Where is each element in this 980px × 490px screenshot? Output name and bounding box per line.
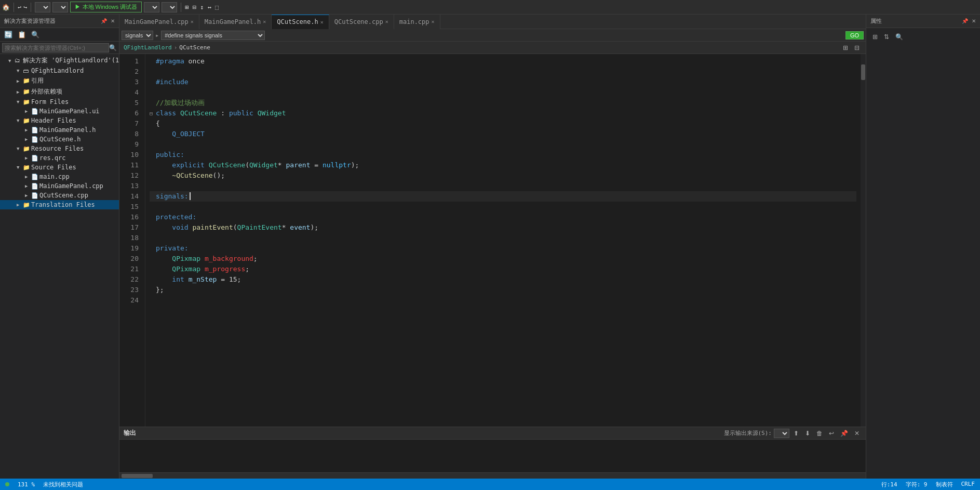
output-clear[interactable]: 🗑 bbox=[814, 429, 825, 438]
tree-label-qcutscene-h: QCutScene.h bbox=[39, 136, 119, 143]
split-btn[interactable]: ⊟ bbox=[852, 43, 862, 52]
tab-maingamepanel-cpp[interactable]: MainGamePanel.cpp✕ bbox=[119, 15, 199, 29]
panel-close-btn[interactable]: ✕ bbox=[111, 18, 115, 24]
code-line-10: public: bbox=[150, 150, 856, 160]
code-line-6: ⊟class QCutScene : public QWidget bbox=[150, 108, 856, 118]
panel-pin-btn[interactable]: 📌 bbox=[101, 18, 107, 24]
tree-item-maingamepanel-cpp[interactable]: ▶📄MainGamePanel.cpp bbox=[0, 181, 119, 191]
code-line-5: //加载过场动画 bbox=[150, 98, 856, 108]
tree-item-main-cpp[interactable]: ▶📄main.cpp bbox=[0, 172, 119, 181]
line-num-9: 9 bbox=[119, 139, 139, 150]
output-source-label: 显示输出来源(S): bbox=[724, 429, 772, 437]
nav-dropdown1[interactable]: signals bbox=[122, 31, 153, 40]
tree-item-maingamepanel-ui[interactable]: ▶📄MainGamePanel.ui bbox=[0, 107, 119, 116]
right-panel-title: 属性 bbox=[870, 17, 882, 25]
code-line-21: QPixmap m_progress; bbox=[150, 264, 856, 274]
code-line-23: }; bbox=[150, 285, 856, 295]
code-line-24 bbox=[150, 295, 856, 306]
properties-btn[interactable]: 📋 bbox=[16, 30, 28, 39]
status-col: 字符: 9 bbox=[906, 481, 928, 488]
right-panel: 属性 📌 ✕ ⊞ ⇅ 🔍 bbox=[866, 15, 980, 479]
tree-solution[interactable]: ▼ 🗂 解决方案 'QFightLandlord'(1 个项目/共 1 个) bbox=[0, 55, 119, 66]
left-panel: 解决方案资源管理器 📌 ✕ 🔄 📋 🔍 🔍 ▼ 🗂 解决方案 'QFightLa… bbox=[0, 15, 119, 479]
filter-btn[interactable]: 🔍 bbox=[29, 30, 42, 39]
code-line-3: #include bbox=[150, 77, 856, 87]
props-grid-btn[interactable]: ⊞ bbox=[870, 32, 880, 42]
tab-close-main-cpp[interactable]: ✕ bbox=[432, 19, 435, 24]
tree-label-header-files: Header Files bbox=[31, 117, 119, 124]
tree-item-qcutscene-cpp[interactable]: ▶📄QCutScene.cpp bbox=[0, 191, 119, 200]
solution-icon: 🗂 bbox=[15, 57, 23, 64]
status-zoom: 131 % bbox=[18, 481, 35, 488]
panel-header: 解决方案资源管理器 📌 ✕ bbox=[0, 15, 119, 28]
minimap-btn[interactable]: ⊞ bbox=[841, 43, 850, 52]
line-num-8: 8 bbox=[119, 129, 139, 139]
tree-item-maingamepanel-h[interactable]: ▶📄MainGamePanel.h bbox=[0, 125, 119, 135]
tree-item-qcutscene-h[interactable]: ▶📄QCutScene.h bbox=[0, 135, 119, 144]
tab-main-cpp[interactable]: main.cpp✕ bbox=[394, 15, 440, 29]
tab-bar: MainGamePanel.cpp✕MainGamePanel.h✕QCutSc… bbox=[119, 15, 866, 29]
code-line-9 bbox=[150, 139, 856, 150]
line-num-14: 14 bbox=[119, 191, 139, 202]
tree-label-references: 引用 bbox=[31, 76, 119, 85]
tab-qcutscene-cpp[interactable]: QCutScene.cpp✕ bbox=[329, 15, 394, 29]
breadcrumb-item1[interactable]: QFightLandlord bbox=[124, 44, 172, 51]
vertical-scrollbar[interactable] bbox=[861, 54, 866, 427]
search-input[interactable] bbox=[2, 43, 109, 52]
go-button[interactable]: GO bbox=[845, 31, 864, 39]
line-num-6: 6 bbox=[119, 108, 139, 118]
nav-dropdown2[interactable]: #define signals signals bbox=[161, 31, 265, 40]
tab-close-qcutscene-h[interactable]: ✕ bbox=[320, 19, 324, 25]
tree-item-resource-files[interactable]: ▼📁Resource Files bbox=[0, 144, 119, 153]
line-num-2: 2 bbox=[119, 67, 139, 77]
status-text: 未找到相关问题 bbox=[43, 481, 83, 488]
output-source-select[interactable]: 生成 bbox=[774, 429, 789, 438]
main-area: 解决方案资源管理器 📌 ✕ 🔄 📋 🔍 🔍 ▼ 🗂 解决方案 'QFightLa… bbox=[0, 15, 980, 479]
output-scroll-down[interactable]: ⬇ bbox=[803, 429, 812, 438]
breadcrumb-item2[interactable]: QCutScene bbox=[179, 44, 210, 51]
run-button[interactable]: ▶ 本地 Windows 调试器 bbox=[70, 2, 142, 12]
config-select[interactable]: Debug bbox=[35, 2, 50, 12]
main-toolbar: 🏠 ↩ ↪ Debug x64 ▶ 本地 Windows 调试器 自动 Eart… bbox=[0, 0, 980, 15]
tab-close-maingamepanel-cpp[interactable]: ✕ bbox=[191, 19, 194, 24]
code-content[interactable]: #pragma once #include //加载过场动画⊟class QCu… bbox=[145, 54, 861, 427]
code-line-16: protected: bbox=[150, 212, 856, 222]
tab-maingamepanel-h[interactable]: MainGamePanel.h✕ bbox=[199, 15, 272, 29]
tree-item-source-files[interactable]: ▼📁Source Files bbox=[0, 163, 119, 172]
line-num-19: 19 bbox=[119, 243, 139, 254]
tab-qcutscene-h[interactable]: QCutScene.h✕ bbox=[272, 15, 329, 29]
tree-item-form-files[interactable]: ▼📁Form Files bbox=[0, 97, 119, 107]
right-close-btn[interactable]: ✕ bbox=[972, 18, 976, 24]
tree-items: ▶📁引用▶📁外部依赖项▼📁Form Files▶📄MainGamePanel.u… bbox=[0, 75, 119, 209]
tree-project[interactable]: ▼ 🗃 QFightLandlord bbox=[0, 66, 119, 75]
fold-icon-6[interactable]: ⊟ bbox=[150, 109, 156, 119]
tree-label-maingamepanel-cpp: MainGamePanel.cpp bbox=[39, 182, 119, 190]
props-filter-btn[interactable]: 🔍 bbox=[893, 32, 905, 42]
tab-close-maingamepanel-h[interactable]: ✕ bbox=[263, 19, 266, 24]
output-scroll-up[interactable]: ⬆ bbox=[791, 429, 801, 438]
output-close[interactable]: ✕ bbox=[852, 429, 862, 438]
refresh-btn[interactable]: 🔄 bbox=[2, 30, 15, 39]
code-editor[interactable]: 123456789101112131415161718192021222324 … bbox=[119, 54, 866, 427]
target-select[interactable]: EarthManipulator bbox=[162, 2, 177, 12]
output-wrap[interactable]: ↩ bbox=[827, 429, 836, 438]
output-toolbar: 显示输出来源(S): 生成 ⬆ ⬇ 🗑 ↩ 📌 ✕ bbox=[724, 429, 862, 438]
right-pin-btn[interactable]: 📌 bbox=[962, 18, 968, 24]
mode-select[interactable]: 自动 bbox=[144, 2, 159, 12]
tree-item-translation-files[interactable]: ▶📁Translation Files bbox=[0, 200, 119, 209]
line-num-23: 23 bbox=[119, 285, 139, 295]
tree-label-external: 外部依赖项 bbox=[31, 87, 119, 96]
output-pin[interactable]: 📌 bbox=[838, 429, 850, 438]
status-line: 行:14 bbox=[881, 481, 897, 488]
code-line-18 bbox=[150, 233, 856, 243]
status-encoding: 制表符 bbox=[936, 481, 953, 488]
tree-item-res-qrc[interactable]: ▶📄res.qrc bbox=[0, 153, 119, 163]
arch-select[interactable]: x64 bbox=[52, 2, 68, 12]
props-sort-btn[interactable]: ⇅ bbox=[882, 32, 891, 42]
tab-close-qcutscene-cpp[interactable]: ✕ bbox=[385, 19, 388, 24]
tree-item-external[interactable]: ▶📁外部依赖项 bbox=[0, 86, 119, 97]
line-num-21: 21 bbox=[119, 264, 139, 274]
toolbar-icon-3: ↪ bbox=[23, 4, 27, 11]
tree-item-header-files[interactable]: ▼📁Header Files bbox=[0, 116, 119, 125]
tree-item-references[interactable]: ▶📁引用 bbox=[0, 75, 119, 86]
